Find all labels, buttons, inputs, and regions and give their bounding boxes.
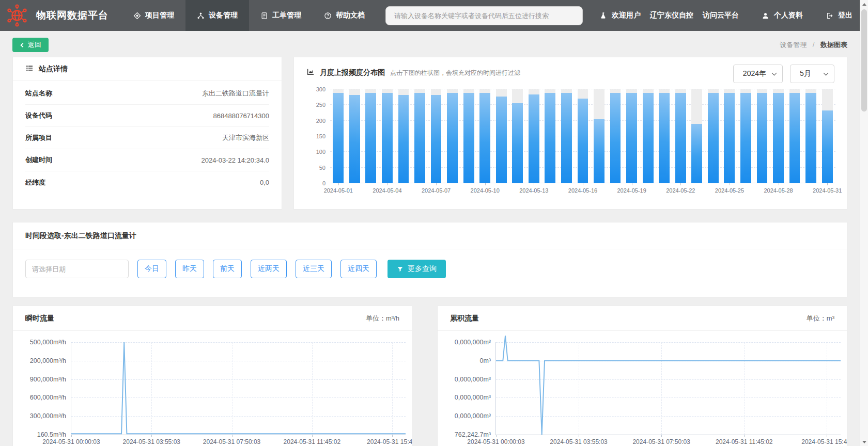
bar-column bbox=[559, 89, 575, 183]
bar[interactable] bbox=[757, 93, 768, 183]
bar-xtick-mark bbox=[387, 183, 388, 185]
company-name[interactable]: 辽宁东仪自控 bbox=[650, 11, 693, 20]
quick-range-button-近四天[interactable]: 近四天 bbox=[340, 260, 377, 278]
bar[interactable] bbox=[626, 93, 637, 183]
nav-item-工单管理[interactable]: 工单管理 bbox=[249, 0, 313, 31]
more-query-button[interactable]: 更多查询 bbox=[388, 260, 446, 278]
line-xtick-label: 2024-05-31 07:50:03 bbox=[632, 438, 690, 445]
bar-xtick-mark bbox=[680, 183, 681, 185]
station-card-header: 站点详情 bbox=[13, 57, 282, 81]
bar[interactable] bbox=[545, 93, 555, 183]
time-range-card: 时间段选取-东出二铁路道口流量计 今日昨天前天近两天近三天近四天 更多查询 bbox=[12, 222, 847, 297]
bar[interactable] bbox=[822, 110, 833, 183]
bar[interactable] bbox=[398, 95, 409, 183]
quick-range-button-近两天[interactable]: 近两天 bbox=[251, 260, 287, 278]
date-picker-input[interactable] bbox=[25, 260, 129, 278]
search-input[interactable] bbox=[385, 6, 583, 25]
navbar-right: 欢迎用户 辽宁东仪自控 访问云平台 个人资料 登出 bbox=[599, 0, 868, 31]
flow-line-series bbox=[71, 342, 406, 435]
bar[interactable] bbox=[594, 119, 605, 183]
monthly-chart-title: 月度上报频度分布图 bbox=[320, 68, 385, 77]
scroll-down-icon[interactable] bbox=[860, 438, 868, 446]
bar[interactable] bbox=[414, 93, 425, 183]
nav-item-项目管理[interactable]: 项目管理 bbox=[122, 0, 185, 31]
nav-items: 项目管理设备管理工单管理帮助文档 bbox=[122, 0, 376, 31]
quick-range-button-昨天[interactable]: 昨天 bbox=[175, 260, 204, 278]
scroll-up-icon[interactable] bbox=[860, 0, 868, 8]
bar[interactable] bbox=[512, 103, 523, 183]
bar[interactable] bbox=[610, 93, 621, 183]
bar-ytick-label: 150 bbox=[316, 133, 326, 139]
nav-item-label: 工单管理 bbox=[272, 11, 301, 20]
bar[interactable] bbox=[447, 93, 458, 183]
bar[interactable] bbox=[561, 93, 572, 183]
bar[interactable] bbox=[578, 99, 588, 183]
station-card-title: 站点详情 bbox=[39, 65, 68, 74]
bar[interactable] bbox=[529, 94, 539, 183]
year-select[interactable]: 2024年 bbox=[733, 65, 783, 83]
line-ytick-label: 0,000,000m³ bbox=[455, 394, 491, 401]
line-xtick-label: 2024-05-31 00:00:03 bbox=[467, 438, 524, 445]
logo-icon bbox=[5, 4, 29, 27]
bar[interactable] bbox=[691, 124, 702, 183]
bar[interactable] bbox=[740, 93, 751, 183]
logout-button[interactable]: 登出 bbox=[826, 11, 853, 20]
bar-xtick-mark bbox=[730, 183, 730, 185]
bar[interactable] bbox=[382, 93, 393, 183]
bar[interactable] bbox=[659, 93, 670, 183]
cloud-platform-link[interactable]: 访问云平台 bbox=[703, 11, 739, 20]
bar-column bbox=[819, 89, 835, 183]
bar[interactable] bbox=[431, 95, 442, 183]
line-ytick-label: 0m³ bbox=[479, 357, 491, 364]
back-button[interactable]: 返回 bbox=[12, 38, 49, 52]
time-range-title: 时间段选取-东出二铁路道口流量计 bbox=[13, 222, 847, 249]
bar-xtick-mark bbox=[632, 183, 632, 185]
bar[interactable] bbox=[789, 93, 800, 183]
breadcrumb-parent[interactable]: 设备管理 bbox=[780, 41, 807, 49]
bar-xtick-label: 2024-05-31 bbox=[813, 187, 842, 194]
cumulative-flow-card: 累积流量 单位：m³ 0,000,000m³0m³0,000,000m³0,00… bbox=[437, 306, 847, 446]
monthly-frequency-card: 月度上报频度分布图 点击下图的柱状图，会填充对应的时间进行过滤 2024年 5月… bbox=[293, 57, 847, 210]
bar[interactable] bbox=[479, 93, 490, 183]
bar[interactable] bbox=[773, 93, 784, 183]
quick-range-button-前天[interactable]: 前天 bbox=[213, 260, 242, 278]
bar-column bbox=[591, 89, 608, 183]
instant-flow-title: 瞬时流量 bbox=[25, 314, 54, 323]
line-ytick-label: 0,000,000m³ bbox=[455, 376, 491, 383]
monthly-chart-hint: 点击下图的柱状图，会填充对应的时间进行过滤 bbox=[390, 69, 520, 77]
bar[interactable] bbox=[463, 93, 474, 183]
nav-item-label: 帮助文档 bbox=[336, 11, 365, 20]
line-xtick-mark bbox=[71, 435, 72, 437]
line-xtick-mark bbox=[151, 435, 152, 437]
profile-link[interactable]: 个人资料 bbox=[762, 11, 803, 20]
station-row-value: 东出二铁路道口流量计 bbox=[202, 89, 269, 98]
quick-range-button-今日[interactable]: 今日 bbox=[137, 260, 166, 278]
nav-item-设备管理[interactable]: 设备管理 bbox=[185, 0, 249, 31]
nav-item-帮助文档[interactable]: 帮助文档 bbox=[313, 0, 376, 31]
quick-range-button-近三天[interactable]: 近三天 bbox=[296, 260, 332, 278]
bar[interactable] bbox=[724, 93, 735, 183]
bar[interactable] bbox=[333, 93, 344, 183]
search-wrap bbox=[385, 6, 583, 25]
bar-column bbox=[363, 89, 379, 183]
line-xtick-mark bbox=[661, 435, 662, 437]
scrollbar-thumb[interactable] bbox=[861, 9, 867, 112]
bar-column bbox=[395, 89, 412, 183]
vertical-scrollbar[interactable] bbox=[860, 0, 868, 446]
bar[interactable] bbox=[349, 95, 360, 183]
month-select[interactable]: 5月 bbox=[790, 65, 834, 83]
line-xtick-label: 2024-05-31 11:45:02 bbox=[716, 438, 773, 445]
bar-ytick-label: 100 bbox=[316, 149, 326, 155]
period-selects: 2024年 5月 bbox=[733, 65, 834, 83]
bar[interactable] bbox=[708, 93, 719, 183]
bar-column bbox=[509, 89, 526, 183]
station-row-label: 创建时间 bbox=[25, 155, 52, 165]
station-row-value: 2024-03-22 14:20:34.0 bbox=[201, 156, 269, 164]
bar-xtick-label: 2024-05-25 bbox=[715, 187, 744, 194]
bar[interactable] bbox=[805, 93, 816, 183]
bar-xtick-label: 2024-05-04 bbox=[373, 187, 401, 194]
bar[interactable] bbox=[643, 93, 654, 183]
bar[interactable] bbox=[496, 97, 507, 183]
bar[interactable] bbox=[365, 93, 376, 183]
bar[interactable] bbox=[675, 93, 686, 183]
